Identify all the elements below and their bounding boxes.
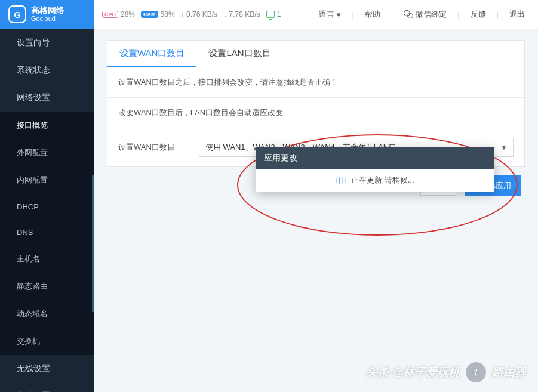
modal-message: 正在更新 请稍候... xyxy=(351,175,414,186)
monitor-icon xyxy=(266,11,275,18)
wechat-bind-link[interactable]: 微信绑定 xyxy=(404,9,447,20)
brand-sub: Gocloud xyxy=(31,15,64,23)
note-wan-warning: 设置WAN口数目之后，接口排列会改变，请注意插线是否正确！ xyxy=(107,67,524,98)
nav-dns[interactable]: DNS xyxy=(0,220,94,245)
tab-lan-count[interactable]: 设置LAN口数目 xyxy=(196,41,282,67)
loading-spinner-icon xyxy=(336,177,346,184)
system-stats: CPU 28% RAM 58% ↑ 0.76 KB/s ↓ 7.78 KB/s … xyxy=(94,10,281,18)
ram-value: 58% xyxy=(161,10,175,18)
watermark-badge-icon: ⟟ xyxy=(466,362,486,382)
nav-hostname[interactable]: 主机名 xyxy=(0,245,94,273)
cpu-stat: CPU 28% xyxy=(102,10,135,18)
nav-setup-wizard[interactable]: 设置向导 xyxy=(0,29,94,57)
watermark: 头条 @林子爱玩机 ⟟ 路由器 xyxy=(366,362,526,382)
nav-system-status[interactable]: 系统状态 xyxy=(0,57,94,84)
ram-icon: RAM xyxy=(141,11,158,18)
nav-lan-config[interactable]: 内网配置 xyxy=(0,166,94,194)
nav-switch[interactable]: 交换机 xyxy=(0,328,94,355)
brand-logo: G 高格网络 Gocloud xyxy=(0,0,94,29)
cpu-value: 28% xyxy=(121,10,135,18)
nav-dhcp[interactable]: DHCP xyxy=(0,194,94,220)
upload-value: 0.76 KB/s xyxy=(186,10,217,18)
nav-wireless[interactable]: 无线设置 xyxy=(0,355,94,382)
nav-ddns[interactable]: 动态域名 xyxy=(0,300,94,328)
wechat-icon xyxy=(404,10,413,18)
nav-multiwan[interactable]: 多线设置 xyxy=(0,382,94,392)
cpu-icon: CPU xyxy=(102,11,118,18)
ram-stat: RAM 58% xyxy=(141,10,175,18)
logout-link[interactable]: 退出 xyxy=(509,9,525,20)
chevron-down-icon: ▾ xyxy=(337,10,341,19)
upload-stat: ↑ 0.76 KB/s xyxy=(181,10,218,18)
nav-network-settings[interactable]: 网络设置 xyxy=(0,84,94,112)
sidebar: 设置向导 系统状态 网络设置 接口概览 外网配置 内网配置 DHCP DNS 主… xyxy=(0,29,94,392)
modal-title: 应用更改 xyxy=(256,147,494,169)
nav-interface-overview[interactable]: 接口概览 xyxy=(0,112,94,139)
brand-name: 高格网络 xyxy=(31,6,64,15)
clients-value: 1 xyxy=(277,10,281,18)
help-link[interactable]: 帮助 xyxy=(365,9,380,20)
brand-icon: G xyxy=(8,5,26,23)
wan-count-label: 设置WAN口数目 xyxy=(118,142,175,153)
feedback-link[interactable]: 反馈 xyxy=(471,9,486,20)
tab-wan-count[interactable]: 设置WAN口数目 xyxy=(107,41,196,67)
clients-stat: 1 xyxy=(266,10,281,18)
apply-changes-modal: 应用更改 正在更新 请稍候... xyxy=(256,147,494,192)
language-menu[interactable]: 语言▾ xyxy=(319,9,341,20)
nav-wan-config[interactable]: 外网配置 xyxy=(0,139,94,166)
nav-static-route[interactable]: 静态路由 xyxy=(0,273,94,300)
upload-icon: ↑ xyxy=(181,11,185,18)
note-lan-auto: 改变WAN口数目后，LAN口数目会自动适应改变 xyxy=(107,98,524,128)
download-stat: ↓ 7.78 KB/s xyxy=(223,10,260,18)
download-icon: ↓ xyxy=(223,11,227,18)
download-value: 7.78 KB/s xyxy=(229,10,260,18)
chevron-down-icon: ▼ xyxy=(501,144,507,151)
